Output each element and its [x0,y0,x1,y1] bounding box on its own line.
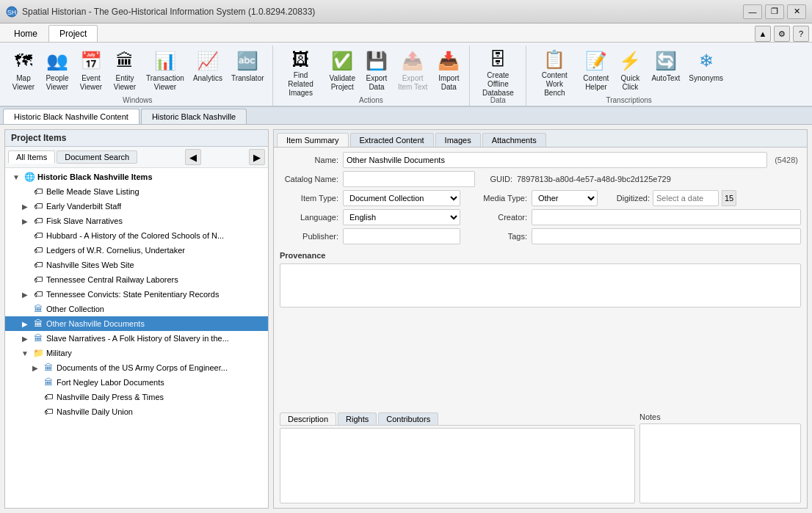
expander-other-nashville-docs[interactable]: ▶ [20,319,30,329]
create-offline-database-btn[interactable]: 🗄 Create OfflineDatabase [474,46,521,94]
map-viewer-btn[interactable]: 🗺 MapViewer [7,46,40,94]
content-workbench-btn[interactable]: 📋 ContentWork Bench [531,46,578,94]
tag-icon-ledgers: 🏷 [32,244,44,256]
media-type-select[interactable]: Other Digital Physical [532,190,598,206]
content-helper-icon: 📝 [584,49,608,73]
catalog-name-input[interactable] [343,171,475,187]
autotext-btn[interactable]: 🔄 AutoText [648,46,684,94]
expander-slave-narratives[interactable]: ▶ [20,333,30,343]
ribbon-help-btn[interactable]: ? [793,26,809,42]
expander-tennessee-convicts[interactable]: ▶ [20,289,30,299]
tree-item-slave-narratives[interactable]: ▶ 🏛 Slave Narratives - A Folk History of… [5,331,268,346]
doc-tab-historic-nashville[interactable]: Historic Black Nashville [141,109,247,124]
expander-fisk[interactable]: ▶ [20,216,30,226]
event-viewer-btn[interactable]: 📅 EventViewer [75,46,107,94]
expander-military[interactable]: ▼ [20,348,30,358]
tree-item-fisk[interactable]: ▶ 🏷 Fisk Slave Narratives [5,214,268,228]
tree-item-fort-negley[interactable]: 🏛 Fort Negley Labor Documents [5,375,268,390]
calendar-button[interactable]: 15 [722,190,736,206]
name-row: Name: (5428) [280,152,801,168]
export-item-text-btn[interactable]: 📤 ExportItem Text [394,46,431,94]
tree-item-tennessee-convicts[interactable]: ▶ 🏷 Tennessee Convicts: State Penitentia… [5,287,268,302]
expander-nashville-sites [20,260,30,270]
notes-textarea[interactable] [639,423,801,503]
ribbon-group-windows-items: 🗺 MapViewer 👥 PeopleViewer 📅 EventViewer… [7,46,268,96]
actions-group-label: Actions [278,96,465,106]
tags-input[interactable] [532,228,801,244]
entity-viewer-btn[interactable]: 🏛 EntityViewer [109,46,141,94]
expander-army-corps[interactable]: ▶ [30,363,40,373]
tree-item-nashville-sites[interactable]: 🏷 Nashville Sites Web Site [5,258,268,272]
close-button[interactable]: ✕ [787,4,806,19]
expander-vanderbilt[interactable]: ▶ [20,201,30,211]
document-search-tab[interactable]: Document Search [57,150,137,164]
content-helper-btn[interactable]: 📝 ContentHelper [579,46,612,94]
create-offline-database-label: Create OfflineDatabase [478,71,518,98]
content-workbench-label: ContentWork Bench [534,71,574,98]
digitized-input[interactable] [653,190,719,206]
name-input[interactable] [343,152,767,168]
creator-input[interactable] [532,209,801,225]
tree-item-military[interactable]: ▼ 📁 Military [5,346,268,360]
transaction-viewer-btn[interactable]: 📊 TransactionViewer [142,46,188,94]
export-data-btn[interactable]: 💾 ExportData [360,46,393,94]
all-items-tab[interactable]: All Items [8,150,55,164]
tree-area[interactable]: ▼ 🌐 Historic Black Nashville Items 🏷 Bel… [5,168,268,508]
tree-item-root[interactable]: ▼ 🌐 Historic Black Nashville Items [5,170,268,184]
ribbon-group-actions-items: 🖼 Find RelatedImages ✅ ValidateProject 💾… [278,46,465,96]
tree-item-nashville-press[interactable]: 🏷 Nashville Daily Press & Times [5,390,268,404]
belle-meade-label: Belle Meade Slave Listing [46,187,139,196]
tree-item-nashville-union[interactable]: 🏷 Nashville Daily Union [5,404,268,419]
nav-forward-btn[interactable]: ▶ [249,149,265,165]
nav-back-btn[interactable]: ◀ [185,149,201,165]
images-tab[interactable]: Images [435,133,481,147]
tree-item-tennessee-railway[interactable]: 🏷 Tennessee Central Railway Laborers [5,272,268,287]
rights-tab[interactable]: Rights [338,412,377,425]
ribbon-collapse-btn[interactable]: ▲ [755,26,771,42]
ribbon-settings-btn[interactable]: ⚙ [774,26,790,42]
tree-item-belle-meade[interactable]: 🏷 Belle Meade Slave Listing [5,184,268,199]
expander-ledgers [20,245,30,255]
translator-btn[interactable]: 🔤 Translator [228,46,268,94]
attachments-tab[interactable]: Attachments [482,133,546,147]
right-panel: Item Summary Extracted Content Images At… [273,129,808,509]
publisher-input[interactable] [343,228,460,244]
tree-item-hubbard[interactable]: 🏷 Hubbard - A History of the Colored Sch… [5,228,268,243]
tree-item-other-nashville-docs[interactable]: ▶ 🏛 Other Nashville Documents [5,316,268,331]
item-summary-tab[interactable]: Item Summary [277,133,349,147]
tree-item-other-collection[interactable]: 🏛 Other Collection [5,302,268,316]
catalog-name-label: Catalog Name: [280,175,338,183]
tree-item-army-corps[interactable]: ▶ 🏛 Documents of the US Army Corps of En… [5,360,268,375]
analytics-btn[interactable]: 📈 Analytics [189,46,226,94]
synonyms-btn[interactable]: ❄ Synonyms [685,46,727,94]
building-icon-fort-negley: 🏛 [43,376,54,388]
item-type-select[interactable]: Document Collection Book Periodical Reco… [343,190,460,206]
restore-button[interactable]: ❐ [765,4,784,19]
validate-project-btn[interactable]: ✅ ValidateProject [326,46,359,94]
expander-root[interactable]: ▼ [11,172,21,182]
description-textarea[interactable] [280,428,635,503]
publisher-label: Publisher: [280,232,338,241]
tree-item-ledgers[interactable]: 🏷 Ledgers of W.R. Cornelius, Undertaker [5,243,268,258]
language-select[interactable]: English French Spanish German [343,209,460,225]
tab-project[interactable]: Project [48,25,98,42]
ribbon-group-data-items: 🗄 Create OfflineDatabase [474,46,521,96]
find-related-images-btn[interactable]: 🖼 Find RelatedImages [278,46,325,94]
military-label: Military [46,349,72,357]
item-type-label: Item Type: [280,194,338,203]
tab-home[interactable]: Home [3,25,48,42]
quick-click-btn[interactable]: ⚡ QuickClick [614,46,646,94]
hubbard-label: Hubbard - A History of the Colored Schoo… [46,231,224,240]
provenance-textarea[interactable] [280,263,801,308]
tag-icon-nashville-sites: 🏷 [32,259,44,271]
import-data-btn[interactable]: 📥 ImportData [432,46,465,94]
tree-item-vanderbilt[interactable]: ▶ 🏷 Early Vanderbilt Staff [5,199,268,214]
description-tab[interactable]: Description [280,412,336,425]
panel-toolbar: All Items Document Search ◀ ▶ [5,147,268,168]
people-viewer-btn[interactable]: 👥 PeopleViewer [41,46,73,94]
minimize-button[interactable]: — [743,4,762,19]
contributors-tab[interactable]: Contributors [378,412,438,425]
expander-tennessee-railway [20,274,30,285]
extracted-content-tab[interactable]: Extracted Content [350,133,434,147]
doc-tab-historic-content[interactable]: Historic Black Nashville Content [3,109,139,124]
